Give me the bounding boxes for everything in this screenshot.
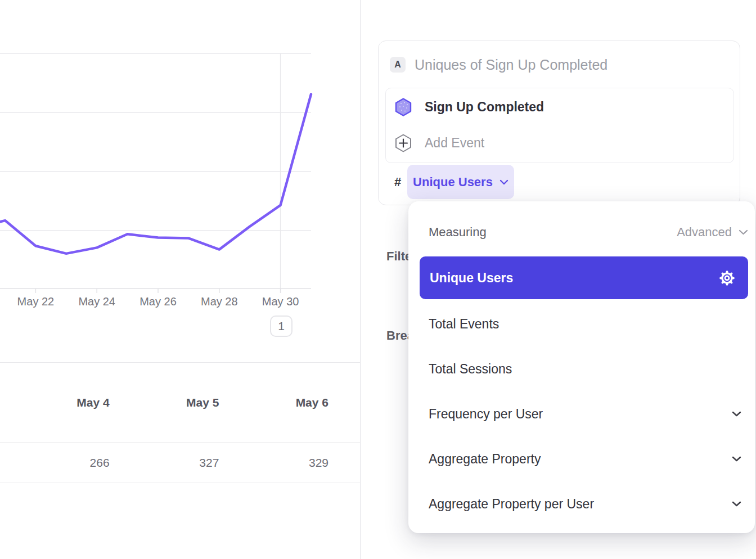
- table-value-may4: 266: [0, 456, 110, 470]
- metric-selector-chip[interactable]: Unique Users: [407, 165, 514, 199]
- add-event-button[interactable]: Add Event: [395, 133, 484, 152]
- count-symbol: #: [394, 175, 407, 190]
- menu-item-total-events[interactable]: Total Events: [429, 312, 741, 336]
- selected-item-label: Unique Users: [430, 271, 513, 286]
- menu-item-label: Total Sessions: [429, 362, 512, 377]
- menu-item-aggregate-property-per-user[interactable]: Aggregate Property per User: [429, 492, 741, 516]
- x-axis-tick-label: May 30: [262, 295, 299, 308]
- menu-item-aggregate-property[interactable]: Aggregate Property: [429, 447, 741, 471]
- table-value-may5: 327: [110, 456, 219, 470]
- chevron-down-icon: [739, 229, 748, 235]
- page-number: 1: [278, 319, 285, 333]
- results-table: May 4 May 5 May 6 266 327 329: [0, 362, 360, 483]
- chevron-down-icon: [732, 411, 741, 417]
- plus-hexagon-icon: [395, 134, 412, 152]
- x-axis-tick-label: May 22: [17, 295, 55, 308]
- series-letter-badge: A: [390, 57, 406, 73]
- event-card: Sign Up Completed Add Event: [385, 88, 734, 163]
- menu-item-label: Aggregate Property: [429, 452, 541, 467]
- add-event-label: Add Event: [425, 136, 484, 151]
- hexagon-icon: [395, 98, 412, 116]
- table-header-may6: May 6: [219, 396, 328, 409]
- gear-icon[interactable]: [718, 269, 736, 287]
- insights-report-page: May 22May 24May 26May 28May 30 1 May 4 M…: [0, 0, 756, 559]
- pane-divider: [360, 0, 361, 559]
- table-header-row: May 4 May 5 May 6: [0, 362, 360, 443]
- menu-item-label: Frequency per User: [429, 407, 543, 422]
- measuring-label: Measuring: [429, 225, 487, 240]
- page-number-badge[interactable]: 1: [270, 315, 292, 337]
- table-value-row: 266 327 329: [0, 443, 360, 483]
- x-axis-tick-label: May 24: [78, 295, 115, 308]
- filter-section-label: Filter: [386, 249, 410, 264]
- x-axis-tick-label: May 28: [201, 295, 238, 308]
- series-letter: A: [394, 60, 401, 70]
- menu-item-unique-users-selected[interactable]: Unique Users: [420, 256, 748, 299]
- line-chart: May 22May 24May 26May 28May 30: [0, 0, 360, 349]
- metric-label: Unique Users: [413, 175, 493, 190]
- breakdown-section-label: Breakdown: [386, 328, 410, 343]
- measuring-dropdown: Measuring Advanced Unique Users: [408, 201, 755, 533]
- dropdown-header: Measuring Advanced: [429, 222, 748, 242]
- advanced-label: Advanced: [677, 225, 732, 240]
- chevron-down-icon: [732, 501, 741, 507]
- chevron-down-icon: [500, 179, 508, 185]
- event-row[interactable]: Sign Up Completed: [395, 97, 544, 116]
- chart-series-line: [0, 94, 311, 254]
- table-value-may6: 329: [219, 456, 328, 470]
- event-name: Sign Up Completed: [425, 100, 544, 115]
- menu-item-frequency-per-user[interactable]: Frequency per User: [429, 402, 741, 426]
- advanced-toggle[interactable]: Advanced: [677, 225, 748, 240]
- table-header-may4: May 4: [0, 396, 110, 409]
- chevron-down-icon: [732, 456, 741, 462]
- menu-item-label: Total Events: [429, 317, 499, 332]
- metric-row: # Unique Users: [394, 165, 514, 199]
- chart-pane: May 22May 24May 26May 28May 30 1 May 4 M…: [0, 0, 360, 559]
- table-header-may5: May 5: [110, 396, 219, 409]
- x-axis-tick-label: May 26: [140, 295, 177, 308]
- menu-item-total-sessions[interactable]: Total Sessions: [429, 357, 741, 381]
- menu-item-label: Aggregate Property per User: [429, 497, 594, 512]
- query-title: Uniques of Sign Up Completed: [415, 57, 608, 73]
- query-builder-card: A Uniques of Sign Up Completed Sign Up C…: [378, 40, 740, 205]
